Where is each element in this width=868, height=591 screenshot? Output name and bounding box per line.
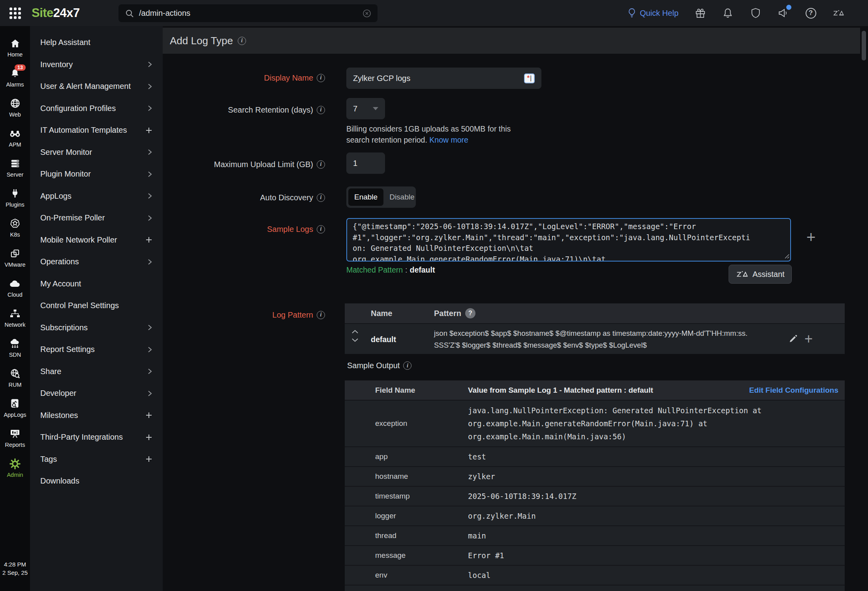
sidebar-item-third-party-integrations[interactable]: Third-Party Integrations xyxy=(30,426,163,448)
sample-output-info-icon[interactable]: i xyxy=(403,361,411,370)
site24x7-admin-app: Site24x7 /admin-actions Quick Help xyxy=(0,0,868,591)
plus-icon[interactable] xyxy=(145,455,152,463)
display-name-info-icon[interactable]: i xyxy=(317,74,325,82)
sidebar-item-server-monitor[interactable]: Server Monitor xyxy=(30,141,163,164)
announcements-megaphone-icon[interactable] xyxy=(777,7,789,19)
add-sample-log-button[interactable]: + xyxy=(806,229,815,245)
chevron-down-icon[interactable] xyxy=(351,338,359,342)
sidebar-item-my-account[interactable]: My Account xyxy=(30,273,163,295)
rail-item-admin[interactable]: Admin xyxy=(0,453,30,483)
sample-logs-info-icon[interactable]: i xyxy=(317,225,325,233)
clear-search-icon[interactable] xyxy=(363,9,371,18)
retention-select[interactable]: 7 xyxy=(346,98,385,119)
topbar-actions: Quick Help ? xyxy=(627,0,844,26)
rail-item-sdn[interactable]: SDN xyxy=(0,333,30,363)
search-input[interactable]: /admin-actions xyxy=(139,9,363,18)
table-row-message: message Error #1 xyxy=(345,545,845,565)
sidebar-item-applogs[interactable]: AppLogs xyxy=(30,185,163,207)
rail-item-vmware[interactable]: VMware xyxy=(0,243,30,273)
log-pattern-info-icon[interactable]: i xyxy=(317,311,325,319)
log-pattern-table: Name Pattern ? default json $exception$ … xyxy=(345,303,845,354)
sidebar-item-subscriptions[interactable]: Subscriptions xyxy=(30,317,163,339)
clock-time: 4:28 PM xyxy=(0,560,30,568)
add-pattern-button[interactable]: + xyxy=(804,331,813,347)
sidebar-item-tags[interactable]: Tags xyxy=(30,448,163,471)
retention-info-icon[interactable]: i xyxy=(317,106,325,114)
disable-option[interactable]: Disable xyxy=(383,188,420,206)
global-search[interactable]: /admin-actions xyxy=(118,4,378,22)
upload-label: Maximum Upload Limit (GB) xyxy=(214,160,313,169)
zia-assistant-icon[interactable] xyxy=(832,7,844,19)
sidebar-item-report-settings[interactable]: Report Settings xyxy=(30,339,163,361)
zia-assistant-button[interactable]: Assistant xyxy=(729,265,792,284)
vertical-scrollbar[interactable] xyxy=(862,31,866,60)
whats-new-gift-icon[interactable] xyxy=(694,7,706,19)
plus-icon[interactable] xyxy=(145,434,152,441)
know-more-link[interactable]: Know more xyxy=(429,136,468,144)
notifications-bell-icon[interactable] xyxy=(722,7,734,19)
enable-option[interactable]: Enable xyxy=(348,188,383,206)
sample-output-label-row: Sample Output i xyxy=(347,361,411,370)
display-name-field[interactable]: Zylker GCP logs *| xyxy=(346,68,541,89)
retention-label-row: Search Retention (days) i xyxy=(163,104,325,115)
home-icon xyxy=(10,38,21,49)
edit-field-configurations-link[interactable]: Edit Field Configurations xyxy=(749,380,838,400)
rail-item-reports[interactable]: Reports xyxy=(0,423,30,453)
table-row-partial xyxy=(345,585,845,591)
sidebar-item-configuration-profiles[interactable]: Configuration Profiles xyxy=(30,98,163,120)
rail-item-plugins[interactable]: Plugins xyxy=(0,183,30,213)
sidebar-item-user-alert-management[interactable]: User & Alert Management xyxy=(30,75,163,98)
sidebar-item-downloads[interactable]: Downloads xyxy=(30,470,163,492)
sidebar-item-developer[interactable]: Developer xyxy=(30,382,163,405)
chevron-right-icon xyxy=(147,170,152,178)
chevron-right-icon xyxy=(147,214,152,222)
upload-info-icon[interactable]: i xyxy=(317,160,325,169)
sidebar-item-plugin-monitor[interactable]: Plugin Monitor xyxy=(30,163,163,185)
rail-item-applogs[interactable]: AppLogs xyxy=(0,393,30,423)
kubernetes-icon xyxy=(9,218,21,230)
zia-icon xyxy=(736,270,748,279)
auto-discovery-info-icon[interactable]: i xyxy=(317,194,325,202)
apps-grid-icon[interactable] xyxy=(0,0,30,26)
table-row-hostname: hostname zylker xyxy=(345,466,845,486)
help-question-icon[interactable]: ? xyxy=(805,7,817,19)
plus-icon[interactable] xyxy=(145,127,152,134)
sidebar-item-inventory[interactable]: Inventory xyxy=(30,54,163,76)
rail-item-rum[interactable]: RUM xyxy=(0,363,30,393)
chevron-up-icon[interactable] xyxy=(351,329,359,334)
plus-icon[interactable] xyxy=(145,412,152,419)
plus-icon[interactable] xyxy=(145,236,152,243)
page-title-info-icon[interactable]: i xyxy=(238,37,246,45)
sidebar-item-on-premise-poller[interactable]: On-Premise Poller xyxy=(30,207,163,229)
rail-item-server[interactable]: Server xyxy=(0,152,30,183)
sidebar-item-control-panel-settings[interactable]: Control Panel Settings xyxy=(30,295,163,317)
quick-help-button[interactable]: Quick Help xyxy=(627,8,678,18)
sidebar-item-operations[interactable]: Operations xyxy=(30,251,163,273)
sidebar-item-help-assistant[interactable]: Help Assistant xyxy=(30,32,163,54)
rail-item-home[interactable]: Home xyxy=(0,32,30,62)
rail-item-network[interactable]: Network xyxy=(0,303,30,333)
rail-item-k8s[interactable]: K8s xyxy=(0,213,30,243)
sample-logs-label: Sample Logs xyxy=(267,225,313,234)
rail-item-cloud[interactable]: Cloud xyxy=(0,273,30,303)
sidebar-item-share[interactable]: Share xyxy=(30,361,163,383)
rail-item-alarms[interactable]: 13 Alarms xyxy=(0,62,30,92)
site24x7-logo[interactable]: Site24x7 xyxy=(32,6,80,20)
binoculars-icon xyxy=(9,128,21,139)
security-shield-icon[interactable] xyxy=(750,7,761,19)
announcement-unread-dot xyxy=(786,5,791,10)
matched-pattern-value: default xyxy=(410,265,435,274)
pattern-definition: json $exception$ $app$ $hostname$ $@time… xyxy=(434,327,750,351)
rail-item-apm[interactable]: APM xyxy=(0,122,30,152)
edit-pattern-pencil-icon[interactable] xyxy=(789,335,797,343)
presentation-icon xyxy=(9,428,21,440)
sample-logs-textarea[interactable]: {"@timestamp":"2025-06-10T18:39:14.017Z"… xyxy=(346,218,791,262)
sidebar-item-mobile-network-poller[interactable]: Mobile Network Poller xyxy=(30,229,163,251)
pattern-help-icon[interactable]: ? xyxy=(465,308,475,318)
sidebar-item-milestones[interactable]: Milestones xyxy=(30,405,163,427)
sidebar-item-it-automation-templates[interactable]: IT Automation Templates xyxy=(30,119,163,141)
upload-limit-field[interactable]: 1 xyxy=(346,152,385,174)
retention-value: 7 xyxy=(353,104,357,113)
rail-item-web[interactable]: Web xyxy=(0,92,30,122)
globe-magnifier-icon xyxy=(9,368,21,380)
